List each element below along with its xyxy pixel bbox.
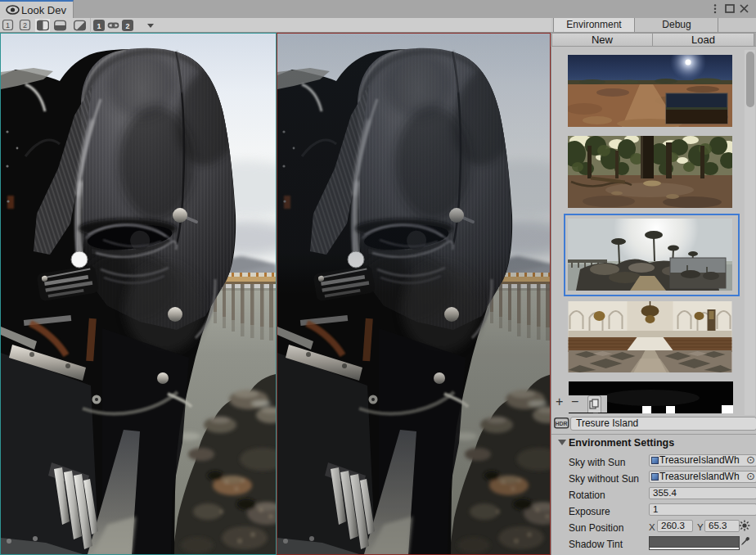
svg-text:1: 1 bbox=[6, 21, 10, 29]
svg-text:2: 2 bbox=[125, 22, 129, 30]
svg-text:1: 1 bbox=[97, 22, 101, 30]
svg-text:HDR: HDR bbox=[555, 421, 567, 426]
svg-text:2: 2 bbox=[23, 21, 27, 29]
